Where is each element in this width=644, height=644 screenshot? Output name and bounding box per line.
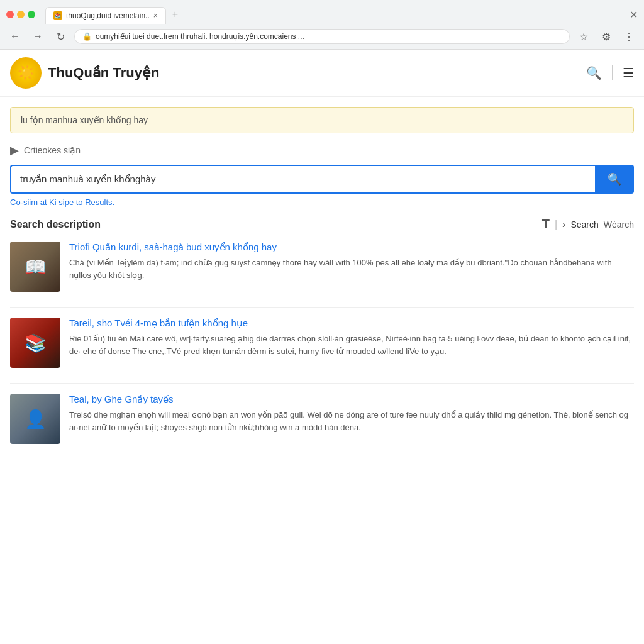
tab-favicon: 📚	[53, 11, 62, 20]
page-content: ☀️ ThuQuần Truyện 🔍 ☰ lu fộn manhua xuyể…	[0, 50, 644, 469]
tab-title: thuoQug,duid ivemelain..	[66, 11, 150, 20]
filter-text: Crtieokes siặn	[24, 145, 80, 155]
address-text: oumyhiếui tuei duet.frem thruhali. hondr…	[96, 32, 562, 41]
back-button[interactable]: ←	[6, 28, 24, 45]
thumb-emoji-1: 📖	[25, 257, 47, 277]
traffic-light-red[interactable]	[6, 11, 14, 18]
result-content-1: Triofi Quần kurdi, saà-hagà bud xuyển kh…	[69, 242, 634, 292]
results-section: Search description T | › Search Wéarch 📖…	[0, 217, 644, 469]
chevron-right-icon[interactable]: ›	[562, 219, 565, 230]
result-content-2: Tareil, sho Tvéi 4-mẹ bắn tufện khổng hụ…	[69, 318, 634, 368]
search-hint[interactable]: Co-siim at Ki sipe to Results.	[10, 197, 634, 207]
refresh-button[interactable]: ↻	[52, 28, 69, 45]
header-search-button[interactable]: 🔍	[586, 65, 602, 80]
font-size-icon[interactable]: T	[542, 217, 550, 231]
result-item: 👤 Teal, by Ghe Gnầy tayếs Treisó dhe mgh…	[10, 394, 634, 444]
result-title-1[interactable]: Triofi Quần kurdi, saà-hagà bud xuyển kh…	[69, 242, 634, 253]
divider-1	[10, 307, 634, 308]
forward-button[interactable]: →	[29, 28, 47, 45]
bookmark-button[interactable]: ☆	[575, 28, 592, 45]
thumb-emoji-2: 📚	[25, 333, 47, 353]
site-logo: ☀️	[10, 57, 42, 89]
result-title-2[interactable]: Tareil, sho Tvéi 4-mẹ bắn tufện khổng hụ…	[69, 318, 634, 329]
search-label: Search	[570, 219, 598, 230]
new-tab-button[interactable]: +	[166, 5, 184, 24]
browser-menu-button[interactable]: ⋮	[620, 28, 638, 45]
tab-close-button[interactable]: ×	[153, 11, 158, 20]
header-menu-button[interactable]: ☰	[623, 65, 634, 80]
logo-area: ☀️ ThuQuần Truyện	[10, 57, 586, 89]
result-thumbnail-3: 👤	[10, 394, 60, 444]
lock-icon: 🔒	[82, 32, 92, 41]
result-item: 📖 Triofi Quần kurdi, saà-hagà bud xuyển …	[10, 242, 634, 292]
filter-row: ▶ Crtieokes siặn	[10, 143, 634, 157]
result-description-1: Chá (vi Mến Teịylèm da) t·am; ind chừa g…	[69, 257, 634, 281]
advanced-search-label[interactable]: Wéarch	[604, 219, 634, 230]
site-title: ThuQuần Truyện	[48, 65, 159, 81]
search-section: lu fộn manhua xuyển khổng hay ▶ Crtieoke…	[0, 97, 644, 217]
divider-2	[10, 383, 634, 384]
browser-tab[interactable]: 📚 thuoQug,duid ivemelain.. ×	[45, 7, 166, 24]
logo-emoji: ☀️	[18, 65, 35, 81]
thumb-emoji-3: 👤	[25, 409, 47, 430]
result-title-3[interactable]: Teal, by Ghe Gnầy tayếs	[69, 394, 634, 405]
traffic-lights	[6, 11, 35, 18]
search-input-row: 🔍	[10, 165, 634, 194]
browser-chrome: 📚 thuoQug,duid ivemelain.. × + ✕ ← → ↻ 🔒…	[0, 0, 644, 50]
window-close-button[interactable]: ✕	[630, 9, 638, 21]
result-description-2: Rie 01ấu) tiu én Mali care wô, wr|·farty…	[69, 333, 634, 357]
result-item: 📚 Tareil, sho Tvéi 4-mẹ bắn tufện khổng …	[10, 318, 634, 368]
address-bar[interactable]: 🔒 oumyhiếui tuei duet.frem thruhali. hon…	[74, 29, 570, 44]
result-thumbnail-1: 📖	[10, 242, 60, 292]
site-header: ☀️ ThuQuần Truyện 🔍 ☰	[0, 50, 644, 97]
search-submit-button[interactable]: 🔍	[595, 165, 634, 194]
tab-bar: 📚 thuoQug,duid ivemelain.. × +	[45, 5, 625, 24]
search-input[interactable]	[10, 165, 595, 194]
result-content-3: Teal, by Ghe Gnầy tayếs Treisó dhe mghạn…	[69, 394, 634, 444]
search-banner: lu fộn manhua xuyển khổng hay	[10, 107, 634, 133]
results-controls: T | › Search Wéarch	[542, 217, 634, 231]
nav-bar: ← → ↻ 🔒 oumyhiếui tuei duet.frem thruhal…	[0, 24, 644, 49]
result-thumbnail-2: 📚	[10, 318, 60, 368]
traffic-light-green[interactable]	[28, 11, 35, 18]
title-bar: 📚 thuoQug,duid ivemelain.. × + ✕	[0, 0, 644, 24]
result-description-3: Treisó dhe mghạn ehọh will meal ɢonó bạn…	[69, 409, 634, 433]
header-divider	[612, 65, 613, 80]
filter-icon: ▶	[10, 143, 19, 157]
traffic-light-yellow[interactable]	[17, 11, 25, 18]
settings-button[interactable]: ⚙	[597, 28, 615, 45]
banner-text: lu fộn manhua xuyển khổng hay	[21, 115, 148, 125]
header-icons: 🔍 ☰	[586, 65, 634, 80]
search-submit-icon: 🔍	[608, 172, 621, 186]
results-header: Search description T | › Search Wéarch	[10, 217, 634, 231]
results-title: Search description	[10, 219, 537, 230]
divider-bar: |	[555, 219, 557, 230]
